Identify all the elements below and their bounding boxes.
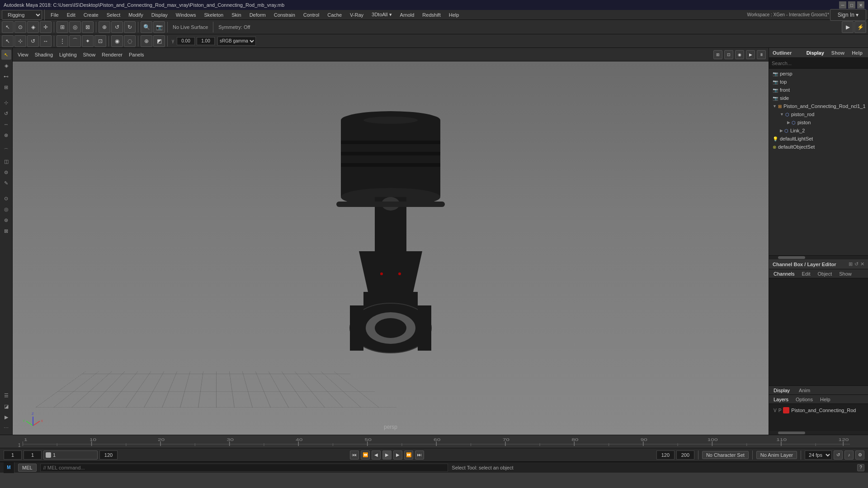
- vp-icon4[interactable]: ▶: [746, 50, 755, 59]
- tab-display-outliner[interactable]: Display: [805, 49, 826, 56]
- tree-item-side[interactable]: 📷 side: [769, 94, 868, 102]
- menu-3dtoa[interactable]: 3DtoAll ▾: [368, 11, 396, 19]
- sign-in-button[interactable]: Sign In ▾: [830, 9, 866, 21]
- paint-select-icon[interactable]: ◈: [1, 61, 11, 70]
- menu-skin[interactable]: Skin: [228, 11, 245, 19]
- menu-windows[interactable]: Windows: [172, 11, 200, 19]
- snap-pt-btn[interactable]: ✦: [82, 35, 94, 47]
- skin-icon[interactable]: ◎: [1, 204, 11, 214]
- render-icon[interactable]: ◪: [1, 401, 11, 411]
- select-mode-icon[interactable]: ↖: [1, 50, 11, 60]
- curve-icon[interactable]: ⌒: [1, 145, 11, 155]
- cb-icon3[interactable]: ✕: [860, 261, 864, 267]
- tab-object[interactable]: Object: [816, 270, 834, 277]
- snap-curve-btn[interactable]: ⌒: [69, 35, 81, 47]
- exposure-input[interactable]: [197, 37, 215, 45]
- tab-anim-da[interactable]: Anim: [797, 387, 812, 394]
- tab-help-da[interactable]: Help: [818, 396, 832, 403]
- anim-icon[interactable]: ▶: [1, 412, 11, 422]
- colorspace-dropdown[interactable]: sRGB gamma: [217, 37, 256, 46]
- rewind-button[interactable]: ⏮: [350, 450, 359, 460]
- menu-vray[interactable]: V-Ray: [346, 11, 367, 19]
- anim-end-input1[interactable]: [656, 450, 675, 460]
- tree-item-link2[interactable]: ▶ ⬡ Link_2: [769, 127, 868, 135]
- timeline-area[interactable]: 1 1 10 20 30 40 50 60 70: [0, 435, 868, 448]
- layer-icon[interactable]: ☰: [1, 390, 11, 400]
- menu-modify[interactable]: Modify: [125, 11, 146, 19]
- scale-mode-btn[interactable]: ↔: [40, 35, 52, 47]
- frame-start-input[interactable]: [4, 450, 22, 460]
- vp-menu-lighting[interactable]: Lighting: [57, 51, 79, 58]
- menu-help[interactable]: Help: [445, 11, 463, 19]
- menu-display[interactable]: Display: [148, 11, 171, 19]
- range-end-input[interactable]: [99, 450, 118, 460]
- tab-display-da[interactable]: Display: [772, 387, 792, 394]
- rotate-btn[interactable]: ◎: [69, 21, 81, 33]
- vp-menu-show[interactable]: Show: [81, 51, 98, 58]
- history-btn[interactable]: ↺: [111, 21, 123, 33]
- marquee-icon[interactable]: ⊞: [1, 82, 11, 92]
- vp-icon3[interactable]: ◉: [735, 50, 744, 59]
- tree-item-front[interactable]: 📷 front: [769, 86, 868, 94]
- vp-icon2[interactable]: ⊡: [724, 50, 733, 59]
- maximize-button[interactable]: □: [848, 1, 855, 9]
- outliner-search-input[interactable]: [769, 58, 868, 69]
- viewport-canvas[interactable]: X Y Z persp: [13, 61, 769, 435]
- tree-item-piston[interactable]: ▶ ⬡ piston: [769, 118, 868, 127]
- playback-settings-btn[interactable]: ↺: [834, 450, 843, 460]
- layer-p-icon[interactable]: P: [778, 408, 782, 413]
- surface-icon[interactable]: ◫: [1, 156, 11, 166]
- soft-select-btn[interactable]: ◉: [111, 35, 123, 47]
- play-button[interactable]: ▶: [382, 450, 392, 460]
- menu-deform[interactable]: Deform: [246, 11, 269, 19]
- scene-btn[interactable]: 🔍: [141, 21, 152, 33]
- close-button[interactable]: ✕: [857, 1, 864, 9]
- redo-btn[interactable]: ↻: [124, 21, 136, 33]
- menu-skeleton[interactable]: Skeleton: [200, 11, 227, 19]
- tab-channels[interactable]: Channels: [772, 270, 796, 277]
- menu-file[interactable]: File: [47, 11, 62, 19]
- menu-control[interactable]: Control: [300, 11, 323, 19]
- select-mode-btn[interactable]: ↖: [2, 35, 14, 47]
- constraint-icon[interactable]: ⊛: [1, 215, 11, 225]
- next-key-button[interactable]: ⏩: [404, 450, 413, 460]
- range-start-input[interactable]: [53, 452, 66, 458]
- menu-select[interactable]: Select: [103, 11, 124, 19]
- audio-btn[interactable]: ♪: [844, 450, 854, 460]
- prev-frame-button[interactable]: ◀: [372, 450, 381, 460]
- transform-icon[interactable]: ⊹: [1, 98, 11, 108]
- playback-options-btn[interactable]: ⚙: [855, 450, 864, 460]
- cb-icon1[interactable]: ⊞: [849, 261, 853, 267]
- tree-item-lightset[interactable]: 💡 defaultLightSet: [769, 135, 868, 143]
- lasso-icon[interactable]: ⊷: [1, 71, 11, 81]
- tab-help-outliner[interactable]: Help: [850, 49, 864, 56]
- move-tool-btn[interactable]: ✛: [40, 21, 52, 33]
- layer-v-icon[interactable]: V: [774, 408, 777, 413]
- help-btn[interactable]: ?: [857, 464, 864, 471]
- ik-icon[interactable]: ⊠: [1, 226, 11, 236]
- vp-menu-shading[interactable]: Shading: [33, 51, 55, 58]
- snap-view-btn[interactable]: ⊡: [94, 35, 106, 47]
- right-scrollbar[interactable]: [769, 431, 868, 435]
- mel-input[interactable]: [40, 464, 448, 472]
- anim-end-input2[interactable]: [676, 450, 694, 460]
- forward-button[interactable]: ⏭: [415, 450, 424, 460]
- vp-menu-panels[interactable]: Panels: [127, 51, 146, 58]
- vp-menu-renderer[interactable]: Renderer: [99, 51, 125, 58]
- snap-grid-btn[interactable]: ⋮: [57, 35, 68, 47]
- camera-btn[interactable]: 📷: [153, 21, 165, 33]
- tab-show-channel[interactable]: Show: [837, 270, 854, 277]
- isolate-btn[interactable]: ◩: [153, 35, 165, 47]
- render-btn[interactable]: ▶: [842, 21, 854, 33]
- menu-create[interactable]: Create: [80, 11, 102, 19]
- select-tool-btn[interactable]: ↖: [2, 21, 14, 33]
- tree-item-persp[interactable]: 📷 persp: [769, 70, 868, 78]
- tab-edit-channel[interactable]: Edit: [800, 270, 812, 277]
- tree-item-top[interactable]: 📷 top: [769, 78, 868, 86]
- vp-menu-view[interactable]: View: [15, 51, 31, 58]
- fps-dropdown[interactable]: 24 fps 30 fps 60 fps: [805, 450, 832, 460]
- workspace-dropdown[interactable]: Rigging Modeling Animation Rendering: [2, 10, 42, 20]
- tab-layers[interactable]: Layers: [772, 396, 790, 403]
- tab-show-outliner[interactable]: Show: [830, 49, 846, 56]
- layer-row-piston[interactable]: V P Piston_and_Connecting_Rod: [772, 406, 865, 415]
